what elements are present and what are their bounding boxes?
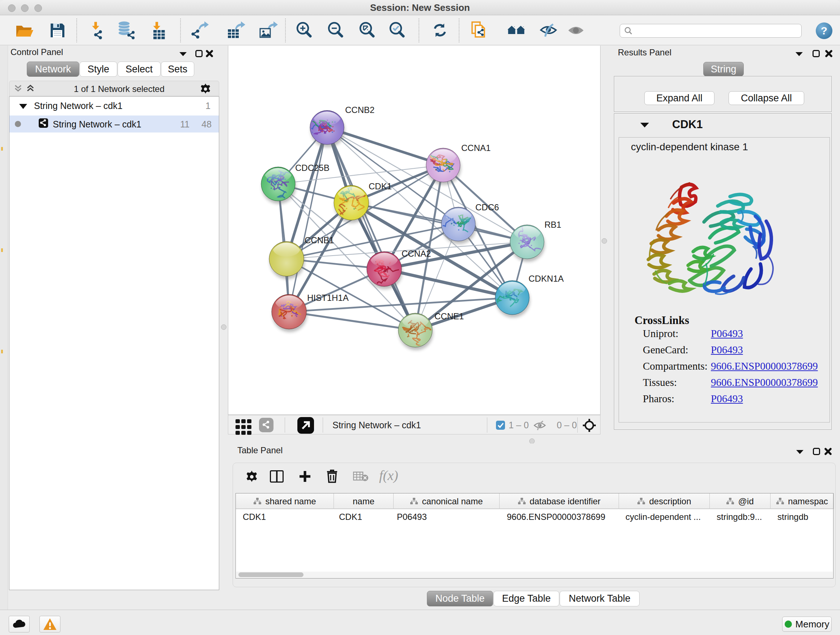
- svg-text:CDK1: CDK1: [369, 181, 392, 191]
- svg-text:CCNB2: CCNB2: [345, 105, 374, 115]
- svg-text:CDC6: CDC6: [475, 203, 499, 212]
- svg-text:?: ?: [821, 25, 827, 36]
- svg-text:RB1: RB1: [545, 220, 561, 230]
- svg-text:CDC25B: CDC25B: [295, 163, 330, 173]
- svg-text:CCNE1: CCNE1: [434, 311, 464, 321]
- svg-text:CDKN1A: CDKN1A: [529, 274, 564, 283]
- svg-text:CCNB1: CCNB1: [305, 235, 334, 245]
- svg-text:HIST1H1A: HIST1H1A: [307, 293, 349, 302]
- svg-text:CCNA2: CCNA2: [401, 249, 431, 258]
- svg-text:CCNA1: CCNA1: [461, 143, 491, 153]
